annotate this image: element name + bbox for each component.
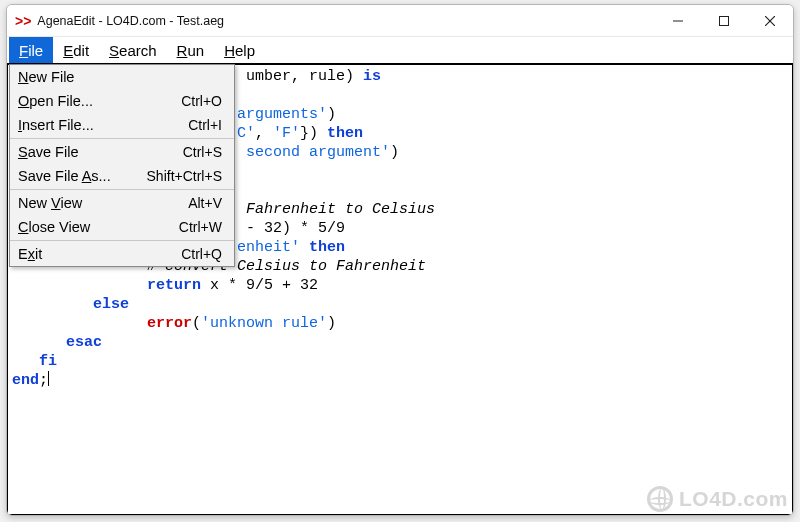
file-menu-open-file[interactable]: Open File...Ctrl+O: [10, 89, 234, 113]
menu-separator: [10, 138, 234, 139]
menu-item-label: Close View: [18, 219, 90, 235]
window-controls: [655, 5, 793, 36]
file-menu-exit[interactable]: ExitCtrl+Q: [10, 242, 234, 266]
menu-edit[interactable]: Edit: [53, 37, 99, 63]
menu-item-label: Save File: [18, 144, 78, 160]
menu-search[interactable]: Search: [99, 37, 167, 63]
menu-run[interactable]: Run: [167, 37, 215, 63]
menu-item-shortcut: Shift+Ctrl+S: [147, 168, 222, 184]
window-title: AgenaEdit - LO4D.com - Test.aeg: [37, 14, 655, 28]
menu-item-label: Save File As...: [18, 168, 111, 184]
menu-item-shortcut: Ctrl+W: [179, 219, 222, 235]
menu-item-shortcut: Ctrl+Q: [181, 246, 222, 262]
svg-rect-1: [720, 16, 729, 25]
code-line: error('unknown rule'): [12, 314, 788, 333]
code-line: esac: [12, 333, 788, 352]
menu-item-shortcut: Ctrl+I: [188, 117, 222, 133]
code-line: end;: [12, 371, 788, 390]
menu-file[interactable]: File: [9, 37, 53, 63]
menu-item-shortcut: Ctrl+S: [183, 144, 222, 160]
menu-separator: [10, 240, 234, 241]
watermark-text: LO4D.com: [679, 487, 788, 511]
globe-icon: [647, 486, 673, 512]
file-menu-save-file-as[interactable]: Save File As...Shift+Ctrl+S: [10, 164, 234, 188]
file-menu-new-file[interactable]: New File: [10, 65, 234, 89]
file-menu-close-view[interactable]: Close ViewCtrl+W: [10, 215, 234, 239]
menu-separator: [10, 189, 234, 190]
menu-item-shortcut: Alt+V: [188, 195, 222, 211]
menu-item-label: Insert File...: [18, 117, 94, 133]
file-menu-dropdown: New FileOpen File...Ctrl+OInsert File...…: [9, 64, 235, 267]
file-menu-new-view[interactable]: New ViewAlt+V: [10, 191, 234, 215]
menu-item-label: Exit: [18, 246, 42, 262]
text-cursor: [48, 371, 49, 386]
app-icon: >>: [15, 13, 31, 29]
menu-item-label: Open File...: [18, 93, 93, 109]
minimize-button[interactable]: [655, 5, 701, 36]
menu-item-shortcut: Ctrl+O: [181, 93, 222, 109]
menu-help[interactable]: Help: [214, 37, 265, 63]
code-line: return x * 9/5 + 32: [12, 276, 788, 295]
watermark-logo: LO4D.com: [647, 486, 788, 512]
file-menu-insert-file[interactable]: Insert File...Ctrl+I: [10, 113, 234, 137]
file-menu-save-file[interactable]: Save FileCtrl+S: [10, 140, 234, 164]
menu-item-label: New View: [18, 195, 82, 211]
code-line: else: [12, 295, 788, 314]
titlebar: >> AgenaEdit - LO4D.com - Test.aeg: [7, 5, 793, 37]
close-button[interactable]: [747, 5, 793, 36]
menu-item-label: New File: [18, 69, 74, 85]
code-line: fi: [12, 352, 788, 371]
menubar: FileEditSearchRunHelp: [7, 37, 793, 65]
maximize-button[interactable]: [701, 5, 747, 36]
